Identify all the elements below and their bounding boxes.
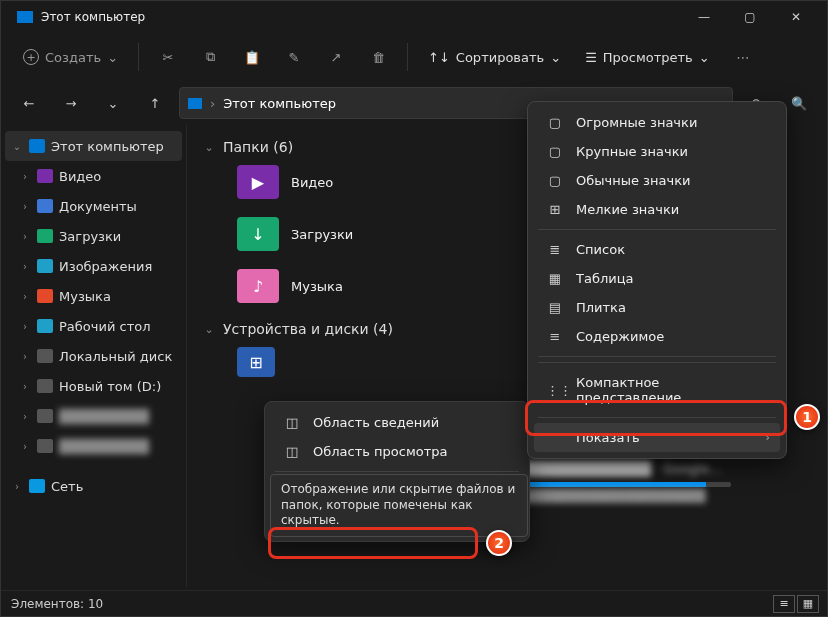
sidebar-item-label: Видео [59,169,101,184]
menu-item-view-2[interactable]: ▢Обычные значки [534,166,780,195]
sidebar-item-Музыка[interactable]: ›Музыка [5,281,182,311]
more-button[interactable]: ⋯ [724,38,762,76]
up-button[interactable]: ↑ [137,85,173,121]
rename-button[interactable]: ✎ [275,38,313,76]
folder-label: Музыка [291,279,343,294]
chevron-down-icon[interactable]: ⌄ [203,141,215,154]
sidebar-item-label: Изображения [59,259,152,274]
annotation-callout-2: 2 [486,530,512,556]
tooltip: Отображение или скрытие файлов и папок, … [270,474,528,537]
chevron-right-icon[interactable]: › [19,261,31,272]
menu-item-view-4[interactable]: ≣Список [534,235,780,264]
sidebar-item-Новый том (D:)[interactable]: ›Новый том (D:) [5,371,182,401]
menu-item-show[interactable]: Показать › [534,423,780,452]
sidebar-item-Рабочий стол[interactable]: ›Рабочий стол [5,311,182,341]
chevron-down-icon[interactable]: ⌄ [11,141,23,152]
menu-item-label: Показать [576,430,640,445]
status-bar: Элементов: 10 ≡ ▦ [1,590,827,616]
new-button[interactable]: + Создать ⌄ [13,43,128,71]
forward-button[interactable]: → [53,85,89,121]
drive-icon: ⊞ [237,347,275,377]
sidebar-item-Изображения[interactable]: ›Изображения [5,251,182,281]
folder-icon [37,319,53,333]
sidebar-item-hidden2[interactable]: ›█████████ [5,431,182,461]
menu-item-view-3[interactable]: ⊞Мелкие значки [534,195,780,224]
view-label: Просмотреть [603,50,693,65]
delete-button[interactable]: 🗑 [359,38,397,76]
view-icon: ☰ [585,50,597,65]
drive-item[interactable]: ⊞ [237,347,275,377]
chevron-right-icon[interactable]: › [19,351,31,362]
back-button[interactable]: ← [11,85,47,121]
sidebar-item-Локальный диск[interactable]: ›Локальный диск [5,341,182,371]
view-toggle: ≡ ▦ [773,595,819,613]
menu-item-view-5[interactable]: ▦Таблица [534,264,780,293]
view-size-icon: ≣ [546,242,564,257]
chevron-right-icon[interactable]: › [19,171,31,182]
section-folders-title: Папки (6) [223,139,293,155]
new-label: Создать [45,50,101,65]
sidebar-item-Загрузки[interactable]: ›Загрузки [5,221,182,251]
close-button[interactable]: ✕ [773,1,819,33]
recent-button[interactable]: ⌄ [95,85,131,121]
sidebar-item-hidden1[interactable]: ›█████████ [5,401,182,431]
icons-view-button[interactable]: ▦ [797,595,819,613]
menu-item-label: Мелкие значки [576,202,679,217]
view-size-icon: ▢ [546,144,564,159]
chevron-down-icon[interactable]: ⌄ [203,323,215,336]
chevron-down-icon: ⌄ [550,50,561,65]
explorer-window: Этот компьютер — ▢ ✕ + Создать ⌄ ✂ ⧉ 📋 ✎… [0,0,828,617]
sidebar-network-label: Сеть [51,479,83,494]
sidebar-item-label: Новый том (D:) [59,379,161,394]
menu-item-label: Таблица [576,271,634,286]
compact-icon: ⋮⋮ [546,383,564,398]
chevron-right-icon[interactable]: › [19,291,31,302]
menu-item-view-7[interactable]: ≡Содержимое [534,322,780,351]
menu-item-preview-pane[interactable]: ◫ Область просмотра [271,437,523,466]
folder-label: Загрузки [291,227,353,242]
crumb-root[interactable]: Этот компьютер [223,96,336,111]
pc-icon [29,139,45,153]
menu-item-view-1[interactable]: ▢Крупные значки [534,137,780,166]
menu-item-label: Область сведений [313,415,439,430]
sort-button[interactable]: ↑↓ Сортировать ⌄ [418,44,571,71]
copy-button[interactable]: ⧉ [191,38,229,76]
chevron-down-icon: ⌄ [107,50,118,65]
share-button[interactable]: ↗ [317,38,355,76]
sidebar-root-thispc[interactable]: ⌄ Этот компьютер [5,131,182,161]
sidebar-item-Видео[interactable]: ›Видео [5,161,182,191]
separator [138,43,139,71]
chevron-right-icon[interactable]: › [19,321,31,332]
sidebar-item-Документы[interactable]: ›Документы [5,191,182,221]
menu-item-label: Плитка [576,300,626,315]
menu-item-details-pane[interactable]: ◫ Область сведений [271,408,523,437]
details-view-button[interactable]: ≡ [773,595,795,613]
window-title: Этот компьютер [41,10,681,24]
pc-icon [188,98,202,109]
menu-separator [538,417,776,418]
drive-item-3[interactable]: █████████████ · Google... ██████████████… [521,461,731,503]
menu-item-compact[interactable]: ⋮⋮ Компактное представление [534,368,780,412]
drive-usage-bar [521,482,731,487]
sidebar-item-label: Музыка [59,289,111,304]
view-button[interactable]: ☰ Просмотреть ⌄ [575,44,720,71]
sidebar-network[interactable]: › Сеть [5,471,182,501]
minimize-button[interactable]: — [681,1,727,33]
chevron-right-icon[interactable]: › [19,231,31,242]
paste-button[interactable]: 📋 [233,38,271,76]
folder-icon [37,379,53,393]
item-count: Элементов: 10 [11,597,103,611]
menu-item-view-6[interactable]: ▤Плитка [534,293,780,322]
chevron-right-icon[interactable]: › [11,481,23,492]
maximize-button[interactable]: ▢ [727,1,773,33]
folder-icon [37,169,53,183]
folder-icon [37,199,53,213]
cut-button[interactable]: ✂ [149,38,187,76]
view-size-icon: ▢ [546,173,564,188]
menu-item-label: Область просмотра [313,444,447,459]
chevron-right-icon[interactable]: › [19,381,31,392]
menu-item-view-0[interactable]: ▢Огромные значки [534,108,780,137]
view-size-icon: ▤ [546,300,564,315]
chevron-right-icon[interactable]: › [19,201,31,212]
view-size-icon: ▢ [546,115,564,130]
